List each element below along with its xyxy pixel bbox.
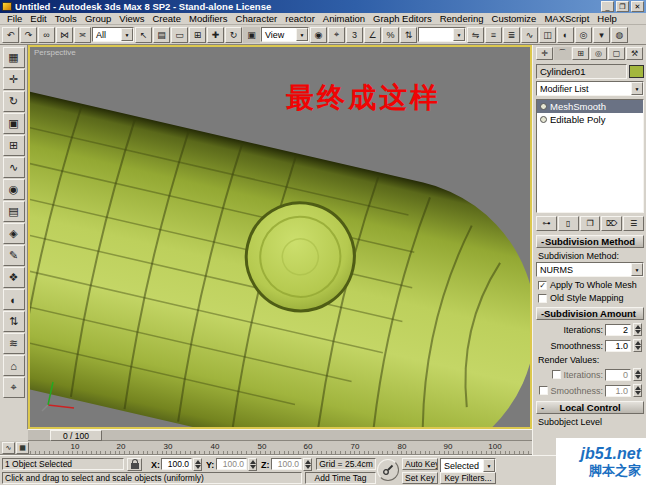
menu-item-help[interactable]: Help bbox=[593, 13, 621, 24]
set-key-tangent-button[interactable] bbox=[377, 459, 399, 481]
z-field[interactable]: 100.0 bbox=[271, 458, 302, 470]
modifier-list-dropdown[interactable]: Modifier List ▼ bbox=[536, 81, 644, 96]
dock-tool-icon[interactable]: ▣ bbox=[3, 113, 25, 134]
selection-filter-dropdown[interactable]: All ▼ bbox=[92, 27, 134, 42]
dock-tool-icon[interactable]: ◉ bbox=[3, 179, 25, 200]
schematic-view-icon[interactable]: ◫ bbox=[539, 27, 556, 43]
dock-tool-icon[interactable]: ✛ bbox=[3, 69, 25, 90]
old-style-mapping-checkbox[interactable] bbox=[538, 294, 547, 303]
select-move-icon[interactable]: ✚ bbox=[207, 27, 224, 43]
chevron-down-icon[interactable]: ▼ bbox=[631, 82, 643, 95]
selection-region-icon[interactable]: ▭ bbox=[171, 27, 188, 43]
maximize-button[interactable]: ❐ bbox=[616, 1, 629, 12]
rollout-collapse-icon[interactable]: - bbox=[541, 402, 544, 413]
menu-item-views[interactable]: Views bbox=[115, 13, 148, 24]
redo-icon[interactable]: ↷ bbox=[20, 27, 37, 43]
dock-tool-icon[interactable]: ↻ bbox=[3, 91, 25, 112]
window-crossing-icon[interactable]: ⊞ bbox=[189, 27, 206, 43]
chevron-down-icon[interactable]: ▼ bbox=[121, 28, 133, 41]
modifier-stack[interactable]: MeshSmooth Editable Poly bbox=[536, 99, 644, 213]
viewport-label[interactable]: Perspective bbox=[34, 48, 76, 57]
viewport-perspective[interactable]: Perspective 最终成这样 bbox=[28, 45, 532, 429]
menu-item-group[interactable]: Group bbox=[81, 13, 115, 24]
rollout-collapse-icon[interactable]: - bbox=[541, 236, 544, 247]
select-object-icon[interactable]: ↖ bbox=[135, 27, 152, 43]
make-unique-button[interactable]: ❐ bbox=[580, 216, 601, 231]
dock-tool-icon[interactable]: ❖ bbox=[3, 267, 25, 288]
modifier-stack-item-editable-poly[interactable]: Editable Poly bbox=[537, 113, 643, 126]
layer-manager-icon[interactable]: ≣ bbox=[503, 27, 520, 43]
select-scale-icon[interactable]: ▣ bbox=[243, 27, 260, 43]
render-scene-icon[interactable]: ◎ bbox=[575, 27, 592, 43]
dock-tool-icon[interactable]: ✎ bbox=[3, 245, 25, 266]
menu-item-edit[interactable]: Edit bbox=[26, 13, 50, 24]
tab-motion-icon[interactable]: ◎ bbox=[590, 47, 607, 60]
menu-item-file[interactable]: File bbox=[3, 13, 26, 24]
remove-modifier-button[interactable]: ⌦ bbox=[601, 216, 622, 231]
curve-editor-icon[interactable]: ∿ bbox=[521, 27, 538, 43]
named-selection-sets-dropdown[interactable]: ▼ bbox=[418, 27, 466, 42]
menu-item-tools[interactable]: Tools bbox=[51, 13, 81, 24]
title-bar[interactable]: Untitled - Autodesk 3ds Max 8 SP2 - Stan… bbox=[0, 0, 646, 13]
mini-curve-editor-button[interactable]: ∿ bbox=[2, 442, 15, 454]
dock-tool-icon[interactable]: ▦ bbox=[3, 47, 25, 68]
smoothness-field[interactable]: 1.0 bbox=[605, 340, 631, 352]
select-manipulate-icon[interactable]: ⌖ bbox=[328, 27, 345, 43]
menu-item-maxscript[interactable]: MAXScript bbox=[540, 13, 593, 24]
align-icon[interactable]: ≡ bbox=[485, 27, 502, 43]
render-type-icon[interactable]: ▾ bbox=[593, 27, 610, 43]
menu-item-reactor[interactable]: reactor bbox=[281, 13, 319, 24]
add-time-tag-button[interactable]: Add Time Tag bbox=[305, 472, 376, 484]
smoothness-spinner[interactable] bbox=[633, 339, 642, 352]
modifier-stack-item-meshsmooth[interactable]: MeshSmooth bbox=[537, 100, 643, 113]
angle-snap-icon[interactable]: ∠ bbox=[364, 27, 381, 43]
render-smoothness-checkbox[interactable] bbox=[539, 386, 548, 395]
menu-item-modifiers[interactable]: Modifiers bbox=[185, 13, 232, 24]
x-spinner[interactable] bbox=[193, 458, 202, 471]
tab-modify-icon[interactable]: ⌒ bbox=[554, 47, 571, 60]
chevron-down-icon[interactable]: ▼ bbox=[483, 459, 495, 472]
chevron-down-icon[interactable]: ▼ bbox=[631, 263, 643, 276]
tab-create-icon[interactable]: ✛ bbox=[536, 47, 553, 60]
select-by-name-icon[interactable]: ▤ bbox=[153, 27, 170, 43]
percent-snap-icon[interactable]: % bbox=[382, 27, 399, 43]
selection-lock-button[interactable] bbox=[127, 458, 142, 471]
show-end-result-button[interactable]: ▯ bbox=[558, 216, 579, 231]
object-color-swatch[interactable] bbox=[629, 65, 644, 78]
dock-tool-icon[interactable]: ∿ bbox=[3, 157, 25, 178]
quick-render-icon[interactable]: ◍ bbox=[611, 27, 628, 43]
rollout-subdivision-amount-header[interactable]: - Subdivision Amount bbox=[536, 307, 644, 320]
menu-item-rendering[interactable]: Rendering bbox=[436, 13, 488, 24]
menu-item-character[interactable]: Character bbox=[232, 13, 282, 24]
menu-item-animation[interactable]: Animation bbox=[319, 13, 369, 24]
chevron-down-icon[interactable]: ▼ bbox=[296, 28, 308, 41]
select-link-icon[interactable]: ∞ bbox=[38, 27, 55, 43]
chevron-down-icon[interactable]: ▼ bbox=[453, 28, 465, 41]
minimize-button[interactable]: _ bbox=[601, 1, 614, 12]
tab-utilities-icon[interactable]: ⚒ bbox=[626, 47, 643, 60]
time-slider-thumb[interactable]: 0 / 100 bbox=[50, 430, 102, 441]
use-pivot-center-icon[interactable]: ◉ bbox=[310, 27, 327, 43]
key-mode-dropdown[interactable]: Selected ▼ bbox=[440, 458, 496, 473]
x-field[interactable]: 100.0 bbox=[161, 458, 192, 470]
dock-tool-icon[interactable]: ▤ bbox=[3, 201, 25, 222]
pin-stack-button[interactable]: ⊶ bbox=[536, 216, 557, 231]
snap-toggle-icon[interactable]: 3 bbox=[346, 27, 363, 43]
dock-tool-icon[interactable]: ⊞ bbox=[3, 135, 25, 156]
y-field[interactable]: 100.0 bbox=[216, 458, 247, 470]
trackbar-ruler[interactable]: 10 20 30 40 50 60 70 80 90 100 bbox=[30, 441, 530, 455]
undo-icon[interactable]: ↶ bbox=[2, 27, 19, 43]
rollout-collapse-icon[interactable]: - bbox=[541, 308, 544, 319]
time-slider-track[interactable]: 0 / 100 bbox=[28, 429, 532, 441]
menu-item-graph-editors[interactable]: Graph Editors bbox=[369, 13, 436, 24]
key-filters-button[interactable]: Key Filters... bbox=[440, 472, 496, 484]
spinner-snap-icon[interactable]: ⇅ bbox=[400, 27, 417, 43]
tab-display-icon[interactable]: ▢ bbox=[608, 47, 625, 60]
dock-tool-icon[interactable]: ⇅ bbox=[3, 311, 25, 332]
mirror-icon[interactable]: ⇋ bbox=[467, 27, 484, 43]
dock-tool-icon[interactable]: ≋ bbox=[3, 333, 25, 354]
dock-tool-icon[interactable]: ◐ bbox=[3, 289, 25, 310]
rollout-subdivision-method-header[interactable]: - Subdivision Method bbox=[536, 235, 644, 248]
menu-item-create[interactable]: Create bbox=[148, 13, 185, 24]
subdivision-method-dropdown[interactable]: NURMS ▼ bbox=[536, 262, 644, 277]
